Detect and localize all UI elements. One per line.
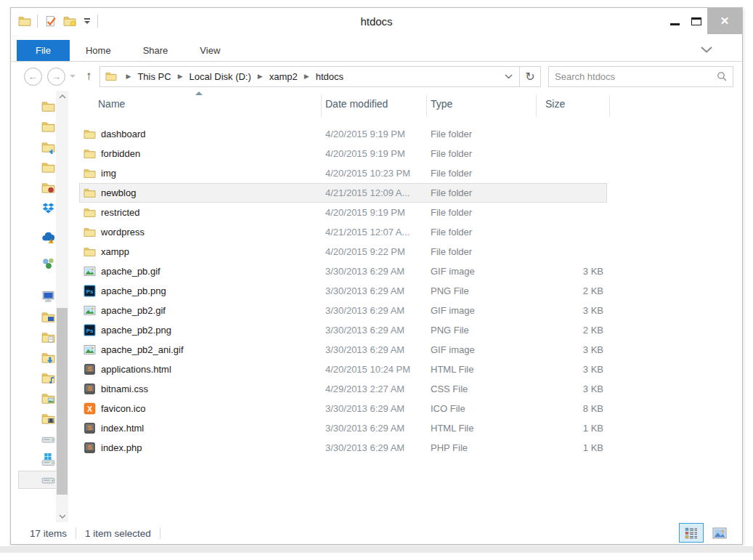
folder-shortcut-icon (41, 140, 55, 154)
column-header-size[interactable]: Size (545, 98, 565, 110)
sidebar-item[interactable] (11, 231, 59, 245)
table-row[interactable]: S index.html 3/30/2013 6:29 AM HTML File… (73, 418, 742, 438)
column-resize-handle[interactable] (321, 95, 322, 117)
breadcrumb-item[interactable]: Local Disk (D:) (188, 71, 253, 82)
table-row[interactable]: S index.php 3/30/2013 6:29 AM PHP File 1… (73, 438, 742, 458)
column-resize-handle[interactable] (426, 95, 427, 117)
drive-icon (41, 473, 55, 487)
table-row[interactable]: Ps apache_pb.png 3/30/2013 6:29 AM PNG F… (73, 281, 742, 301)
sidebar-item[interactable] (11, 330, 59, 344)
table-row[interactable]: img 4/20/2015 10:23 PM File folder (73, 163, 742, 183)
table-row[interactable]: S bitnami.css 4/29/2013 2:27 AM CSS File… (73, 379, 742, 399)
table-row[interactable]: apache_pb2.gif 3/30/2013 6:29 AM GIF ima… (73, 301, 742, 320)
sidebar-item[interactable] (11, 351, 59, 365)
tab-share[interactable]: Share (127, 40, 184, 61)
table-row[interactable]: newblog 4/21/2015 12:09 A... File folder (73, 183, 742, 203)
explorer-folder-icon[interactable] (17, 14, 32, 28)
quick-access-toolbar (11, 14, 98, 28)
breadcrumb-separator-icon[interactable]: ▶ (253, 73, 268, 80)
sidebar-scrollbar[interactable] (56, 91, 68, 522)
scroll-down-icon[interactable] (56, 511, 68, 522)
sidebar-item[interactable] (11, 412, 59, 426)
breadcrumb-separator-icon[interactable]: ▶ (121, 73, 137, 80)
file-date-modified: 3/30/2013 6:29 AM (325, 285, 404, 296)
breadcrumb-item[interactable]: htdocs (314, 71, 345, 82)
up-button[interactable]: ↑ (86, 69, 92, 84)
file-size: 1 KB (509, 423, 603, 434)
properties-check-icon[interactable] (43, 14, 57, 28)
table-row[interactable]: apache_pb.gif 3/30/2013 6:29 AM GIF imag… (73, 261, 742, 281)
sidebar-item[interactable] (11, 201, 59, 215)
file-size: 3 KB (509, 364, 603, 375)
table-row[interactable]: forbidden 4/20/2015 9:19 PM File folder (73, 144, 742, 163)
thumbnails-view-button[interactable] (707, 523, 732, 543)
table-row[interactable]: xampp 4/20/2015 9:22 PM File folder (73, 242, 742, 261)
file-name: apache_pb.png (101, 285, 166, 296)
refresh-icon[interactable]: ↻ (519, 66, 541, 87)
breadcrumb-item[interactable]: This PC (136, 71, 172, 82)
help-icon[interactable]: ? (721, 43, 735, 57)
svg-text:Ps: Ps (86, 328, 94, 334)
table-row[interactable]: X favicon.ico 3/30/2013 6:29 AM ICO File… (73, 399, 742, 418)
column-header-type[interactable]: Type (431, 98, 452, 110)
table-row[interactable]: Ps apache_pb2.png 3/30/2013 6:29 AM PNG … (73, 320, 742, 340)
breadcrumb-separator-icon[interactable]: ▶ (173, 73, 188, 80)
column-headers: NameDate modifiedTypeSize (73, 95, 735, 117)
table-row[interactable]: apache_pb2_ani.gif 3/30/2013 6:29 AM GIF… (73, 340, 742, 360)
sidebar-item[interactable] (11, 391, 59, 405)
close-button[interactable]: ✕ (707, 8, 742, 34)
ribbon-expand-chevron-icon[interactable] (701, 46, 712, 53)
svg-text:Ps: Ps (86, 288, 94, 295)
tab-view[interactable]: View (184, 40, 236, 61)
sidebar-item[interactable] (11, 161, 59, 174)
folder-icon (84, 245, 96, 258)
history-dropdown-icon[interactable] (70, 75, 76, 78)
tab-home[interactable]: Home (70, 40, 127, 61)
qat-customize-dropdown[interactable] (82, 18, 92, 24)
file-size: 3 KB (509, 344, 603, 355)
file-name: bitnami.css (101, 384, 148, 394)
sidebar-item[interactable] (11, 453, 59, 466)
table-row[interactable]: S applications.html 4/20/2015 10:24 PM H… (73, 360, 742, 379)
sidebar-item[interactable] (11, 473, 59, 487)
folder-icon (41, 120, 55, 134)
tab-file[interactable]: File (17, 40, 70, 61)
address-bar[interactable]: ▶This PC▶Local Disk (D:)▶xamp2▶htdocs (99, 66, 521, 87)
back-button[interactable]: ← (24, 68, 42, 86)
file-name: dashboard (101, 129, 145, 139)
onedrive-warning-icon (41, 231, 55, 245)
table-row[interactable]: wordpress 4/21/2015 12:07 A... File fold… (73, 222, 742, 242)
breadcrumb-item[interactable]: xamp2 (268, 71, 299, 82)
sidebar-item[interactable] (11, 140, 59, 154)
column-header-name[interactable]: Name (98, 98, 125, 110)
sidebar-item[interactable] (11, 181, 59, 195)
sidebar-item[interactable] (11, 100, 59, 113)
maximize-button[interactable] (685, 8, 707, 34)
details-view-button[interactable] (679, 523, 704, 543)
sidebar-item[interactable] (11, 120, 59, 134)
sidebar-item[interactable] (11, 290, 59, 304)
scrollbar-thumb[interactable] (57, 308, 68, 495)
sidebar-item[interactable] (11, 310, 59, 324)
file-type: HTML File (431, 423, 473, 434)
sidebar-item[interactable] (11, 432, 59, 446)
file-date-modified: 3/30/2013 6:29 AM (325, 266, 404, 277)
column-header-date-modified[interactable]: Date modified (325, 98, 388, 110)
sidebar-item[interactable] (11, 371, 59, 385)
table-row[interactable]: restricted 4/20/2015 9:19 PM File folder (73, 203, 742, 222)
column-resize-handle[interactable] (536, 95, 537, 117)
search-input[interactable] (555, 71, 717, 82)
scroll-up-icon[interactable] (56, 91, 68, 102)
search-icon[interactable] (717, 71, 727, 81)
table-row[interactable]: dashboard 4/20/2015 9:19 PM File folder (73, 124, 742, 144)
address-folder-icon (105, 70, 117, 82)
network-icon (41, 256, 55, 270)
breadcrumb-separator-icon[interactable]: ▶ (299, 73, 314, 80)
column-resize-handle[interactable] (609, 95, 610, 117)
new-folder-icon[interactable] (62, 14, 77, 28)
address-dropdown-icon[interactable] (498, 74, 519, 79)
sidebar-item[interactable] (11, 256, 59, 270)
folder-pictures-icon (41, 391, 55, 405)
minimize-button[interactable] (664, 8, 685, 34)
forward-button[interactable]: → (47, 68, 65, 86)
